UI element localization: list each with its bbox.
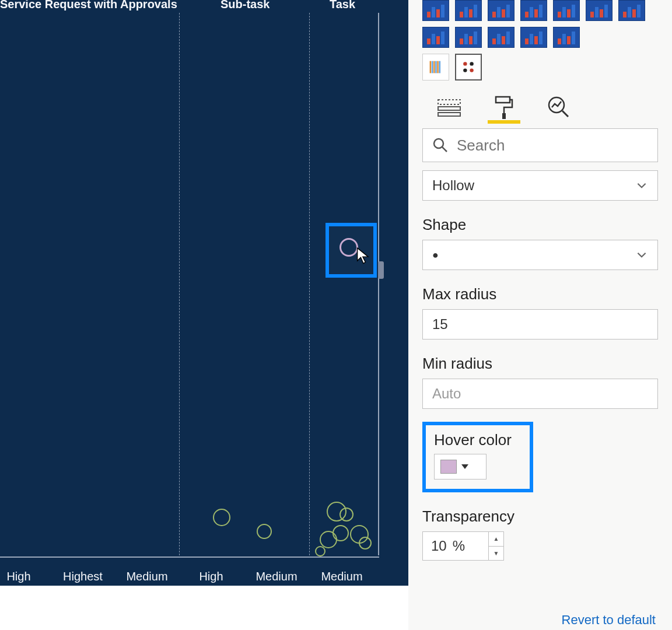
viz-type-tile[interactable]	[422, 54, 449, 80]
format-search[interactable]	[422, 128, 658, 162]
plot-border-bottom	[0, 556, 379, 558]
viz-type-tile[interactable]	[618, 0, 645, 21]
x-tick-label: Medium	[256, 570, 297, 583]
spinner-up[interactable]: ▲	[489, 532, 503, 547]
svg-rect-52	[437, 61, 438, 74]
svg-rect-13	[530, 7, 533, 18]
viz-type-tile[interactable]	[455, 27, 482, 48]
viz-type-tile-selected[interactable]	[455, 54, 482, 80]
shape-label: Shape	[422, 216, 658, 234]
fields-tab[interactable]	[436, 94, 462, 120]
column-header: Task	[330, 0, 355, 11]
viz-type-tile[interactable]	[488, 0, 514, 21]
svg-rect-39	[506, 32, 510, 44]
svg-rect-33	[464, 34, 468, 44]
data-point[interactable]	[340, 508, 354, 522]
svg-rect-44	[558, 38, 561, 44]
svg-rect-47	[572, 32, 575, 44]
spinner-unit: %	[453, 538, 465, 554]
beeswarm-chart[interactable]: Service Request with Approvals Sub-task …	[0, 0, 408, 586]
viz-type-tile[interactable]	[422, 0, 449, 21]
column-header: Service Request with Approvals	[0, 0, 177, 11]
svg-rect-26	[632, 9, 636, 18]
viz-type-tile[interactable]	[553, 0, 580, 21]
viz-type-tile[interactable]	[586, 0, 612, 21]
dropdown-value: Hollow	[432, 177, 474, 194]
x-tick-label: High	[199, 570, 223, 583]
marker-style-dropdown[interactable]: Hollow	[422, 170, 658, 201]
svg-rect-36	[492, 38, 496, 44]
grid-line	[179, 13, 180, 555]
transparency-label: Transparency	[422, 508, 658, 526]
dropdown-value: ●	[432, 249, 439, 261]
viz-type-tile[interactable]	[520, 27, 547, 48]
svg-rect-9	[497, 7, 501, 18]
shape-dropdown[interactable]: ●	[422, 240, 658, 270]
viz-type-tile[interactable]	[520, 0, 547, 21]
data-point[interactable]	[359, 537, 372, 550]
input-placeholder: Auto	[432, 386, 461, 402]
cursor-icon	[356, 247, 371, 265]
svg-rect-53	[439, 61, 440, 74]
search-input[interactable]	[457, 136, 648, 155]
svg-rect-6	[469, 9, 473, 18]
svg-rect-21	[595, 7, 598, 18]
min-radius-input[interactable]: Auto	[422, 379, 658, 409]
fields-icon	[437, 97, 461, 117]
hover-color-highlight: Hover color	[422, 422, 533, 492]
svg-point-55	[470, 62, 473, 65]
analytics-tab[interactable]	[546, 94, 572, 120]
data-point[interactable]	[320, 531, 337, 548]
svg-rect-3	[441, 5, 444, 18]
paint-roller-icon	[494, 96, 514, 119]
svg-rect-43	[539, 32, 542, 44]
chevron-down-icon	[635, 179, 648, 192]
svg-rect-1	[432, 7, 435, 18]
data-point[interactable]	[213, 509, 230, 526]
svg-rect-46	[567, 36, 570, 44]
input-value: 15	[432, 316, 448, 332]
svg-rect-17	[562, 7, 566, 18]
chevron-down-icon	[635, 249, 648, 261]
svg-rect-27	[637, 5, 640, 18]
report-canvas[interactable]: Service Request with Approvals Sub-task …	[0, 0, 408, 588]
svg-rect-0	[427, 12, 430, 18]
svg-rect-25	[628, 7, 631, 18]
viz-type-tile[interactable]	[422, 27, 449, 48]
min-radius-label: Min radius	[422, 355, 658, 373]
viz-type-tile[interactable]	[488, 27, 514, 48]
svg-point-57	[470, 68, 473, 72]
svg-rect-42	[534, 36, 538, 44]
scrollbar-thumb[interactable]	[378, 261, 384, 279]
visualization-gallery	[422, 0, 658, 48]
spinner-down[interactable]: ▼	[489, 547, 503, 561]
hover-color-picker[interactable]	[434, 454, 487, 480]
svg-rect-7	[474, 5, 477, 18]
color-swatch	[440, 460, 457, 474]
svg-rect-58	[438, 100, 460, 104]
column-header: Sub-task	[220, 0, 270, 11]
svg-rect-16	[558, 12, 561, 18]
svg-rect-18	[567, 9, 570, 18]
svg-rect-20	[590, 12, 594, 18]
x-tick-label: Highest	[63, 570, 103, 583]
data-point[interactable]	[315, 546, 326, 556]
svg-rect-59	[438, 107, 460, 110]
viz-type-tile[interactable]	[553, 27, 580, 48]
revert-to-default-link[interactable]: Revert to default	[562, 612, 656, 628]
svg-rect-50	[433, 61, 435, 74]
svg-point-56	[463, 68, 467, 72]
data-point[interactable]	[257, 524, 272, 539]
format-tab[interactable]	[491, 94, 517, 120]
svg-line-64	[562, 111, 568, 117]
magnifier-chart-icon	[547, 96, 570, 119]
x-tick-label: High	[6, 570, 30, 583]
svg-rect-34	[469, 36, 473, 44]
max-radius-input[interactable]: 15	[422, 309, 658, 340]
svg-rect-15	[539, 5, 542, 18]
viz-type-tile[interactable]	[455, 0, 482, 21]
svg-rect-11	[506, 5, 510, 18]
transparency-spinner[interactable]: 10 % ▲ ▼	[422, 531, 504, 561]
svg-rect-14	[534, 9, 538, 18]
svg-rect-12	[525, 12, 528, 18]
